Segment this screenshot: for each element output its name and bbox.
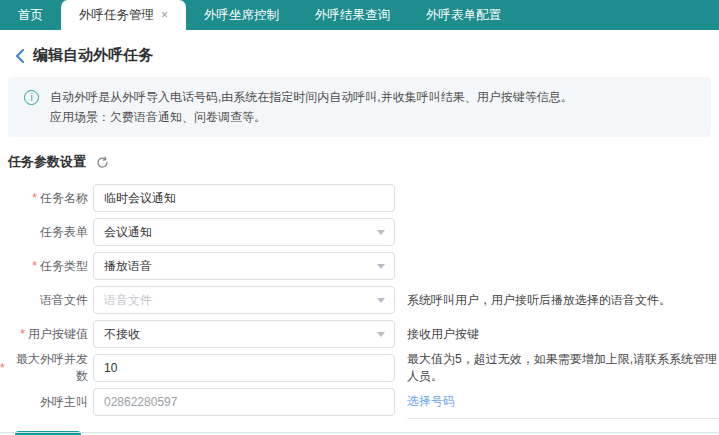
back-chevron-icon[interactable] — [15, 49, 25, 63]
close-icon[interactable] — [161, 9, 168, 21]
page-header: 编辑自动外呼任务 — [0, 30, 719, 75]
task-parameter-form: * 任务名称 任务表单 会议通知 * 任务类型 播放语音 — [0, 181, 719, 419]
field-label: 外呼主叫 — [0, 394, 88, 411]
page-title: 编辑自动外呼任务 — [33, 46, 153, 65]
bottom-divider — [0, 432, 719, 433]
section-title: 任务参数设置 — [8, 153, 86, 171]
info-line-1: 自动外呼是从外呼导入电话号码,由系统在指定时间内自动呼叫,并收集呼叫结果、用户按… — [50, 87, 697, 107]
info-line-2: 应用场景：欠费语音通知、问卷调查等。 — [50, 107, 697, 127]
user-keypress-select[interactable]: 不接收 — [93, 320, 395, 348]
info-icon — [24, 90, 39, 105]
tab-label: 外呼结果查询 — [315, 0, 390, 30]
top-tab-bar: 首页 外呼任务管理 外呼坐席控制 外呼结果查询 外呼表单配置 — [0, 0, 719, 30]
tab-home[interactable]: 首页 — [0, 0, 61, 30]
required-asterisk: * — [0, 361, 5, 375]
required-asterisk: * — [20, 327, 25, 341]
tab-outbound-form-config[interactable]: 外呼表单配置 — [408, 0, 519, 30]
tab-label: 外呼坐席控制 — [204, 0, 279, 30]
form-row-task-type: * 任务类型 播放语音 — [0, 249, 719, 283]
refresh-icon[interactable] — [96, 156, 109, 169]
tab-outbound-result-query[interactable]: 外呼结果查询 — [297, 0, 408, 30]
form-row-user-keypress: * 用户按键值 不接收 接收用户按键 — [0, 317, 719, 351]
form-row-max-concurrency: * 最大外呼并发数 最大值为5，超过无效，如果需要增加上限,请联系系统管理人员。 — [0, 351, 719, 385]
max-concurrency-input[interactable] — [93, 354, 395, 382]
form-row-task-form: 任务表单 会议通知 — [0, 215, 719, 249]
form-row-voice-file: 语音文件 语音文件 系统呼叫用户，用户接听后播放选择的语音文件。 — [0, 283, 719, 317]
task-form-select[interactable]: 会议通知 — [93, 218, 395, 246]
chevron-down-icon — [377, 230, 385, 235]
chevron-down-icon — [377, 264, 385, 269]
voice-file-select[interactable]: 语音文件 — [93, 286, 395, 314]
required-asterisk: * — [32, 191, 37, 205]
form-row-task-name: * 任务名称 — [0, 181, 719, 215]
field-hint: 最大值为5，超过无效，如果需要增加上限,请联系系统管理人员。 — [407, 351, 719, 385]
chevron-down-icon — [377, 298, 385, 303]
tab-outbound-agent-control[interactable]: 外呼坐席控制 — [186, 0, 297, 30]
field-hint: 接收用户按键 — [407, 317, 719, 351]
tab-outbound-task-management[interactable]: 外呼任务管理 — [61, 0, 186, 30]
field-label: 语音文件 — [0, 292, 88, 309]
field-label: * 最大外呼并发数 — [0, 351, 88, 385]
field-label: * 任务类型 — [0, 258, 88, 275]
chevron-down-icon — [377, 332, 385, 337]
form-row-caller-number: 外呼主叫 选择号码 — [0, 385, 719, 419]
task-type-select[interactable]: 播放语音 — [93, 252, 395, 280]
required-asterisk: * — [32, 259, 37, 273]
section-header: 任务参数设置 — [0, 137, 719, 175]
field-label: * 用户按键值 — [0, 326, 88, 343]
task-name-input[interactable] — [93, 184, 395, 212]
tab-label: 外呼表单配置 — [426, 0, 501, 30]
tab-label: 首页 — [18, 0, 43, 30]
field-label: 任务表单 — [0, 224, 88, 241]
caller-number-input[interactable] — [93, 388, 395, 416]
select-number-link[interactable]: 选择号码 — [407, 385, 719, 419]
field-hint: 系统呼叫用户，用户接听后播放选择的语音文件。 — [407, 283, 719, 317]
tab-label: 外呼任务管理 — [79, 0, 154, 30]
info-box: 自动外呼是从外呼导入电话号码,由系统在指定时间内自动呼叫,并收集呼叫结果、用户按… — [8, 77, 711, 137]
field-label: * 任务名称 — [0, 190, 88, 207]
